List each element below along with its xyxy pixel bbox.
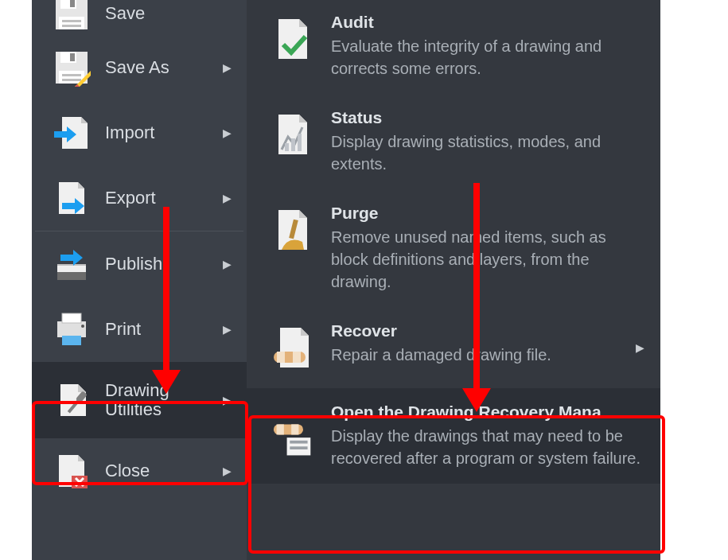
svg-rect-28 [291, 138, 295, 151]
recovery-manager-icon [272, 417, 313, 465]
menu-item-publish-label: Publish [105, 255, 215, 274]
menu-item-save-label: Save [105, 4, 239, 23]
app-menu-right: Audit Evaluate the integrity of a drawin… [247, 0, 660, 560]
export-icon [51, 177, 92, 219]
submenu-item-audit[interactable]: Audit Evaluate the integrity of a drawin… [247, 0, 660, 94]
recovery-manager-title: Open the Drawing Recovery Mana… [331, 402, 644, 422]
menu-item-export-label: Export [105, 189, 215, 208]
menu-item-save[interactable]: Save [32, 0, 247, 35]
audit-title: Audit [331, 13, 644, 32]
svg-rect-3 [59, 17, 84, 29]
chevron-right-icon: ▶ [215, 258, 239, 270]
menu-item-drawing-utilities-label: Drawing Utilities [105, 381, 215, 419]
chevron-right-icon: ▶ [215, 192, 239, 204]
recover-text: Recover Repair a damaged drawing file. [331, 321, 629, 366]
chevron-right-icon: ▶ [215, 323, 239, 336]
menu-item-export[interactable]: Export ▶ [32, 165, 247, 231]
submenu-item-open-recovery-manager[interactable]: Open the Drawing Recovery Mana… Display … [247, 388, 660, 484]
audit-icon [272, 18, 313, 65]
close-icon [51, 450, 92, 492]
purge-icon [272, 208, 313, 256]
menu-item-print-label: Print [105, 320, 215, 339]
menu-item-saveas-label: Save As [105, 58, 215, 77]
recover-desc: Repair a damaged drawing file. [331, 344, 629, 366]
save-icon [51, 0, 92, 34]
chevron-right-icon: ▶ [215, 465, 239, 477]
svg-rect-18 [57, 264, 86, 266]
menu-item-saveas[interactable]: Save As ▶ [32, 35, 247, 100]
submenu-item-purge[interactable]: Purge Remove unused named items, such as… [247, 189, 660, 307]
svg-rect-4 [62, 20, 81, 22]
import-icon [51, 112, 92, 154]
svg-rect-21 [62, 313, 81, 323]
menu-item-drawing-utilities[interactable]: Drawing Utilities ▶ [32, 362, 247, 438]
saveas-icon [51, 47, 92, 88]
purge-text: Purge Remove unused named items, such as… [331, 204, 644, 293]
menu-item-import-label: Import [105, 123, 215, 142]
svg-rect-38 [290, 441, 307, 444]
svg-rect-8 [70, 53, 75, 61]
svg-rect-17 [57, 272, 86, 280]
menu-item-import[interactable]: Import ▶ [32, 100, 247, 165]
submenu-item-status[interactable]: Status Display drawing statistics, modes… [247, 94, 660, 189]
svg-rect-22 [62, 336, 81, 345]
svg-rect-10 [62, 74, 81, 76]
status-text: Status Display drawing statistics, modes… [331, 108, 644, 175]
svg-rect-29 [298, 134, 302, 151]
chevron-right-icon: ▶ [215, 61, 239, 74]
svg-rect-35 [277, 424, 284, 434]
status-icon [272, 113, 313, 161]
audit-text: Audit Evaluate the integrity of a drawin… [331, 13, 644, 80]
purge-title: Purge [331, 204, 644, 223]
audit-desc: Evaluate the integrity of a drawing and … [331, 35, 644, 80]
svg-rect-39 [290, 446, 307, 449]
svg-rect-36 [291, 424, 298, 434]
svg-marker-19 [60, 250, 83, 266]
chevron-right-icon: ▶ [215, 394, 239, 406]
svg-rect-32 [277, 352, 285, 363]
menu-item-publish[interactable]: Publish ▶ [32, 231, 247, 297]
chevron-right-icon: ▶ [629, 341, 644, 354]
status-title: Status [331, 108, 644, 127]
status-desc: Display drawing statistics, modes, and e… [331, 130, 644, 175]
menu-item-close-label: Close [105, 461, 215, 480]
submenu-item-recover[interactable]: Recover Repair a damaged drawing file. ▶ [247, 307, 660, 388]
app-menu-left: Save Save As ▶ [32, 0, 247, 560]
application-menu: Save Save As ▶ [32, 0, 660, 560]
chevron-right-icon: ▶ [215, 126, 239, 139]
publish-icon [51, 243, 92, 285]
svg-rect-27 [285, 143, 289, 151]
svg-rect-11 [62, 79, 81, 81]
recovery-manager-desc: Display the drawings that may need to be… [331, 425, 644, 469]
recover-title: Recover [331, 321, 629, 340]
recover-icon [272, 326, 313, 374]
menu-item-print[interactable]: Print ▶ [32, 297, 247, 362]
svg-rect-33 [293, 352, 301, 363]
svg-point-23 [81, 325, 84, 328]
menu-item-close[interactable]: Close ▶ [32, 438, 247, 504]
svg-rect-20 [57, 321, 86, 337]
drawing-utilities-icon [51, 379, 92, 421]
svg-rect-5 [62, 25, 81, 27]
svg-rect-2 [70, 0, 75, 7]
purge-desc: Remove unused named items, such as block… [331, 226, 644, 293]
print-icon [51, 309, 92, 350]
recovery-manager-text: Open the Drawing Recovery Mana… Display … [331, 402, 644, 469]
